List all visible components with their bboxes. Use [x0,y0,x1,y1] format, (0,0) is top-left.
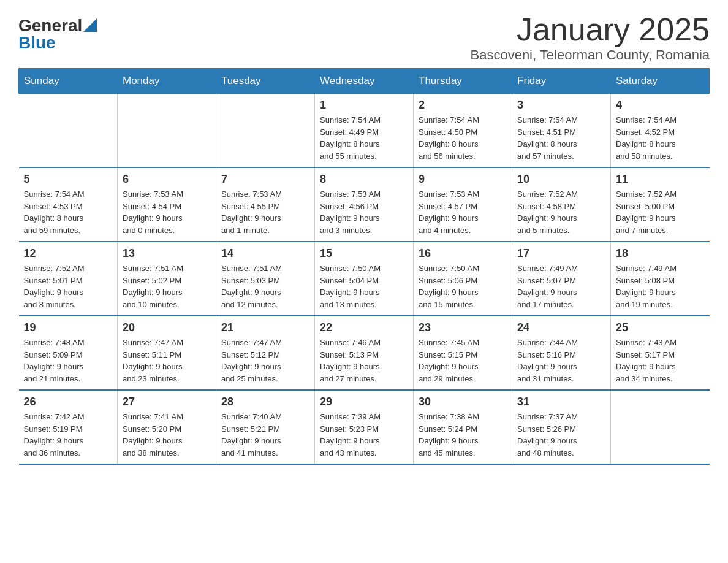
table-row: 3Sunrise: 7:54 AM Sunset: 4:51 PM Daylig… [512,94,611,168]
day-info: Sunrise: 7:46 AM Sunset: 5:13 PM Dayligh… [320,337,408,385]
location-title: Bascoveni, Teleorman County, Romania [471,47,710,63]
day-number: 9 [419,173,507,186]
table-row: 28Sunrise: 7:40 AM Sunset: 5:21 PM Dayli… [216,390,315,464]
day-info: Sunrise: 7:52 AM Sunset: 5:00 PM Dayligh… [616,188,705,236]
weekday-header-sunday: Sunday [19,69,118,94]
day-info: Sunrise: 7:41 AM Sunset: 5:20 PM Dayligh… [123,411,211,459]
day-number: 2 [419,99,507,112]
table-row: 4Sunrise: 7:54 AM Sunset: 4:52 PM Daylig… [611,94,710,168]
day-info: Sunrise: 7:53 AM Sunset: 4:54 PM Dayligh… [123,188,211,236]
calendar-body: 1Sunrise: 7:54 AM Sunset: 4:49 PM Daylig… [19,94,710,465]
day-number: 26 [24,396,113,408]
table-row: 26Sunrise: 7:42 AM Sunset: 5:19 PM Dayli… [19,390,118,464]
table-row: 13Sunrise: 7:51 AM Sunset: 5:02 PM Dayli… [118,242,216,316]
day-info: Sunrise: 7:45 AM Sunset: 5:15 PM Dayligh… [419,337,507,385]
logo-general-text: General [18,17,82,34]
day-info: Sunrise: 7:53 AM Sunset: 4:56 PM Dayligh… [320,188,408,236]
calendar-week-5: 26Sunrise: 7:42 AM Sunset: 5:19 PM Dayli… [19,390,710,464]
day-number: 20 [123,321,211,334]
day-info: Sunrise: 7:38 AM Sunset: 5:24 PM Dayligh… [419,411,507,459]
day-number: 23 [419,321,507,334]
table-row [118,94,216,168]
logo-blue-text: Blue [18,34,56,52]
table-row: 5Sunrise: 7:54 AM Sunset: 4:53 PM Daylig… [19,167,118,242]
calendar-week-1: 1Sunrise: 7:54 AM Sunset: 4:49 PM Daylig… [19,94,710,168]
table-row: 20Sunrise: 7:47 AM Sunset: 5:11 PM Dayli… [118,316,216,390]
table-row: 18Sunrise: 7:49 AM Sunset: 5:08 PM Dayli… [611,242,710,316]
table-row: 11Sunrise: 7:52 AM Sunset: 5:00 PM Dayli… [611,167,710,242]
day-number: 11 [616,173,705,186]
day-number: 25 [616,321,705,334]
day-info: Sunrise: 7:40 AM Sunset: 5:21 PM Dayligh… [221,411,309,459]
day-info: Sunrise: 7:37 AM Sunset: 5:26 PM Dayligh… [517,411,605,459]
svg-marker-0 [83,18,97,32]
day-number: 15 [320,247,408,260]
table-row: 6Sunrise: 7:53 AM Sunset: 4:54 PM Daylig… [118,167,216,242]
title-area: January 2025 Bascoveni, Teleorman County… [471,12,710,63]
table-row: 29Sunrise: 7:39 AM Sunset: 5:23 PM Dayli… [315,390,414,464]
table-row: 2Sunrise: 7:54 AM Sunset: 4:50 PM Daylig… [414,94,512,168]
table-row: 14Sunrise: 7:51 AM Sunset: 5:03 PM Dayli… [216,242,315,316]
day-number: 30 [419,396,507,408]
table-row: 22Sunrise: 7:46 AM Sunset: 5:13 PM Dayli… [315,316,414,390]
day-number: 5 [24,173,113,186]
day-number: 21 [221,321,309,334]
table-row: 10Sunrise: 7:52 AM Sunset: 4:58 PM Dayli… [512,167,611,242]
calendar-week-4: 19Sunrise: 7:48 AM Sunset: 5:09 PM Dayli… [19,316,710,390]
weekday-header-friday: Friday [512,69,611,94]
day-number: 13 [123,247,211,260]
weekday-header-thursday: Thursday [414,69,512,94]
day-info: Sunrise: 7:50 AM Sunset: 5:04 PM Dayligh… [320,262,408,310]
day-number: 7 [221,173,309,186]
day-info: Sunrise: 7:49 AM Sunset: 5:07 PM Dayligh… [517,262,605,310]
weekday-header-saturday: Saturday [611,69,710,94]
table-row: 19Sunrise: 7:48 AM Sunset: 5:09 PM Dayli… [19,316,118,390]
calendar-week-3: 12Sunrise: 7:52 AM Sunset: 5:01 PM Dayli… [19,242,710,316]
day-info: Sunrise: 7:47 AM Sunset: 5:12 PM Dayligh… [221,337,309,385]
day-number: 17 [517,247,605,260]
table-row [216,94,315,168]
weekday-header-monday: Monday [118,69,216,94]
day-number: 29 [320,396,408,408]
day-info: Sunrise: 7:39 AM Sunset: 5:23 PM Dayligh… [320,411,408,459]
table-row: 17Sunrise: 7:49 AM Sunset: 5:07 PM Dayli… [512,242,611,316]
day-info: Sunrise: 7:47 AM Sunset: 5:11 PM Dayligh… [123,337,211,385]
table-row: 15Sunrise: 7:50 AM Sunset: 5:04 PM Dayli… [315,242,414,316]
table-row: 16Sunrise: 7:50 AM Sunset: 5:06 PM Dayli… [414,242,512,316]
day-info: Sunrise: 7:51 AM Sunset: 5:03 PM Dayligh… [221,262,309,310]
weekday-header-tuesday: Tuesday [216,69,315,94]
day-number: 22 [320,321,408,334]
day-number: 24 [517,321,605,334]
day-number: 10 [517,173,605,186]
calendar-header: SundayMondayTuesdayWednesdayThursdayFrid… [19,69,710,94]
weekday-header-row: SundayMondayTuesdayWednesdayThursdayFrid… [19,69,710,94]
logo-triangle-icon [83,18,97,32]
day-number: 12 [24,247,113,260]
day-info: Sunrise: 7:52 AM Sunset: 4:58 PM Dayligh… [517,188,605,236]
table-row: 30Sunrise: 7:38 AM Sunset: 5:24 PM Dayli… [414,390,512,464]
calendar-week-2: 5Sunrise: 7:54 AM Sunset: 4:53 PM Daylig… [19,167,710,242]
day-info: Sunrise: 7:54 AM Sunset: 4:52 PM Dayligh… [616,114,705,162]
day-number: 6 [123,173,211,186]
header: General Blue January 2025 Bascoveni, Tel… [18,12,710,63]
day-number: 8 [320,173,408,186]
day-number: 19 [24,321,113,334]
table-row: 24Sunrise: 7:44 AM Sunset: 5:16 PM Dayli… [512,316,611,390]
table-row: 9Sunrise: 7:53 AM Sunset: 4:57 PM Daylig… [414,167,512,242]
table-row: 27Sunrise: 7:41 AM Sunset: 5:20 PM Dayli… [118,390,216,464]
day-info: Sunrise: 7:54 AM Sunset: 4:51 PM Dayligh… [517,114,605,162]
day-info: Sunrise: 7:53 AM Sunset: 4:57 PM Dayligh… [419,188,507,236]
day-info: Sunrise: 7:43 AM Sunset: 5:17 PM Dayligh… [616,337,705,385]
day-number: 4 [616,99,705,112]
day-info: Sunrise: 7:50 AM Sunset: 5:06 PM Dayligh… [419,262,507,310]
table-row [611,390,710,464]
table-row: 25Sunrise: 7:43 AM Sunset: 5:17 PM Dayli… [611,316,710,390]
day-info: Sunrise: 7:54 AM Sunset: 4:50 PM Dayligh… [419,114,507,162]
day-info: Sunrise: 7:49 AM Sunset: 5:08 PM Dayligh… [616,262,705,310]
day-info: Sunrise: 7:51 AM Sunset: 5:02 PM Dayligh… [123,262,211,310]
table-row: 1Sunrise: 7:54 AM Sunset: 4:49 PM Daylig… [315,94,414,168]
day-number: 3 [517,99,605,112]
day-info: Sunrise: 7:54 AM Sunset: 4:53 PM Dayligh… [24,188,113,236]
day-number: 27 [123,396,211,408]
logo: General Blue [18,12,97,52]
